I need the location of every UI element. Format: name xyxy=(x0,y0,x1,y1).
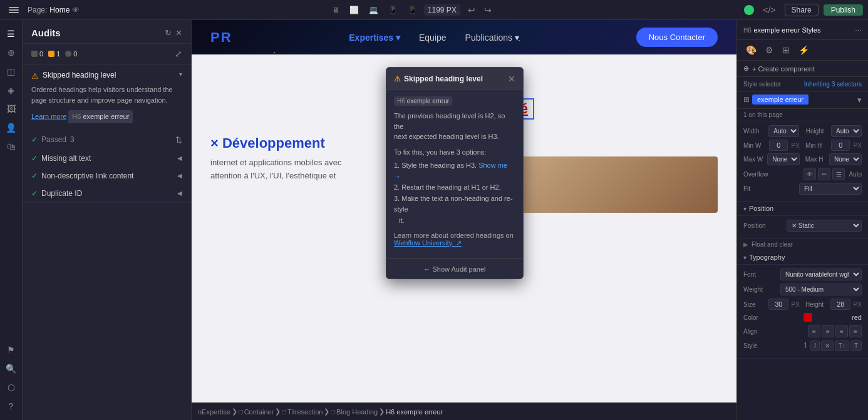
breadcrumb-item-1[interactable]: □ Container xyxy=(239,408,274,416)
code-toggle-btn[interactable]: </> xyxy=(759,3,779,17)
grid-icon[interactable]: ⊞ xyxy=(743,95,750,104)
max-w-select[interactable]: None xyxy=(767,153,800,165)
right-panel-icons: 🎨 ⚙ ⊞ ⚡ xyxy=(737,40,868,61)
audit-close-icon[interactable]: ✕ xyxy=(175,28,182,38)
audit-passed-item-1[interactable]: ✓ Non-descriptive link content ◀ xyxy=(23,167,191,185)
share-button[interactable]: Share xyxy=(785,4,819,16)
badge-errors: 0 xyxy=(31,50,43,58)
device-tablet-btn[interactable]: ⬜ xyxy=(346,4,362,16)
nav-icon-layers[interactable]: ☰ xyxy=(3,25,20,43)
position-toggle[interactable]: ▾ Position xyxy=(737,202,868,216)
learn-more-link[interactable]: Learn more xyxy=(31,113,66,120)
hamburger-icon[interactable] xyxy=(5,1,23,19)
float-clear-chevron-icon: ▶ xyxy=(743,241,748,248)
style-icon[interactable]: 🎨 xyxy=(743,44,759,56)
popup-close-btn[interactable]: ✕ xyxy=(508,74,515,84)
color-swatch[interactable] xyxy=(803,313,812,322)
error-icon xyxy=(31,51,38,57)
device-laptop-btn[interactable]: 💻 xyxy=(366,4,381,16)
min-h-input[interactable] xyxy=(831,140,850,151)
max-h-select[interactable]: None xyxy=(829,153,862,165)
device-desktop-btn[interactable]: 🖥 xyxy=(329,4,343,16)
publish-button[interactable]: Publish xyxy=(824,4,863,16)
audit-expand-icon[interactable]: ⤢ xyxy=(175,49,182,59)
style-inheriting-link[interactable]: Inheriting 3 selectors xyxy=(804,81,862,88)
webflow-university-link[interactable]: Webflow University. ↗ xyxy=(394,239,462,247)
popup-h6-tag: H6 xyxy=(397,98,405,105)
nav-icon-ecom[interactable]: 🛍 xyxy=(3,138,20,155)
nav-link-equipe[interactable]: Equipe xyxy=(419,33,447,43)
font-select[interactable]: Nunito variablefont wght xyxy=(780,269,862,280)
sliders-icon[interactable]: ⊞ xyxy=(780,44,792,56)
fit-select[interactable]: Fill xyxy=(799,183,862,195)
create-component-btn[interactable]: ⊕ + Create component xyxy=(737,61,868,77)
bolt-icon[interactable]: ⚡ xyxy=(796,44,812,56)
nav-icon-add[interactable]: ⊕ xyxy=(3,44,20,61)
eye-icon[interactable]: 👁 xyxy=(72,6,80,14)
breadcrumb-item-2[interactable]: □ Titresection xyxy=(282,408,323,416)
overflow-scroll-icon[interactable]: ☰ xyxy=(832,168,845,180)
position-label: ▾ Position xyxy=(743,205,773,212)
show-audit-panel-link[interactable]: ← Show Audit panel xyxy=(423,265,485,273)
weight-label: Weight xyxy=(743,286,766,293)
style-type-label: Style xyxy=(743,342,766,349)
nav-icon-accessibility[interactable]: ⚑ xyxy=(3,341,20,359)
popup-skipped-heading: ⚠ Skipped heading level ✕ H6 exemple err… xyxy=(386,67,524,279)
overflow-eye-icon[interactable]: 👁 xyxy=(803,168,816,180)
nav-icon-help[interactable]: ? xyxy=(3,397,20,415)
breadcrumb-item-0[interactable]: nExpertise xyxy=(198,408,230,416)
nav-cta-button[interactable]: Nous Contacter xyxy=(636,28,718,47)
width-select[interactable]: Auto xyxy=(768,125,799,137)
min-w-unit: PX xyxy=(792,142,800,149)
audit-passed-item-2[interactable]: ✓ Duplicate ID ◀ xyxy=(23,185,191,202)
popup-learn: Learn more about ordered headings on Web… xyxy=(394,232,515,247)
height-select[interactable]: Auto xyxy=(831,125,862,137)
style-chip[interactable]: exemple erreur xyxy=(752,95,809,105)
undo-btn[interactable]: ↩ xyxy=(464,3,479,17)
float-clear-row[interactable]: ▶ Float and clear xyxy=(737,238,868,250)
audit-passed-item-0[interactable]: ✓ Missing alt text ◀ xyxy=(23,150,191,167)
device-tablet2-btn[interactable]: 📱 xyxy=(385,4,401,16)
typography-toggle[interactable]: ▾ Typography xyxy=(737,250,868,265)
position-row: Position ✕ Static xyxy=(743,220,862,232)
min-w-input[interactable] xyxy=(769,140,788,151)
size-label: Size xyxy=(743,301,766,308)
nav-link-publications[interactable]: Publications ▾ xyxy=(465,33,519,43)
nav-icon-search[interactable]: 🔍 xyxy=(3,360,20,377)
passed-header[interactable]: ✓ Passed 3 ⇅ xyxy=(23,130,191,150)
nav-icon-assets[interactable]: 🖼 xyxy=(3,100,20,118)
style-selector-label: Style selector xyxy=(743,81,781,88)
align-justify-btn[interactable]: ≡ xyxy=(849,325,862,337)
align-left-btn[interactable]: ≡ xyxy=(808,325,820,337)
redo-btn[interactable]: ↪ xyxy=(480,3,495,17)
overflow-edit-icon[interactable]: ✏ xyxy=(818,168,830,180)
color-label: Color xyxy=(743,314,766,321)
position-select[interactable]: ✕ Static xyxy=(787,220,862,232)
audit-refresh-icon[interactable]: ↻ xyxy=(165,28,172,38)
min-row: Min W PX Min H PX xyxy=(743,140,862,151)
nav-icon-integrations[interactable]: ⬡ xyxy=(3,379,20,396)
nav-icon-cms[interactable]: 👤 xyxy=(3,119,20,136)
style-italic-btn[interactable]: I xyxy=(810,341,820,351)
device-mobile-btn[interactable]: 📱 xyxy=(405,4,420,16)
style-uppercase-btn[interactable]: T↑ xyxy=(835,341,849,351)
weight-select[interactable]: 500 - Medium xyxy=(780,284,862,295)
max-h-label: Max H xyxy=(805,156,828,163)
nav-icon-components[interactable]: ◈ xyxy=(3,81,20,99)
align-right-btn[interactable]: ≡ xyxy=(835,325,848,337)
passed-expand-icon: ⇅ xyxy=(175,135,182,145)
breadcrumb-item-4[interactable]: H6 exemple erreur xyxy=(386,408,443,416)
audit-item-header[interactable]: ⚠ Skipped heading level ▾ xyxy=(23,64,191,85)
overflow-auto-label: Auto xyxy=(849,171,862,178)
style-tt-btn[interactable]: T xyxy=(850,341,862,351)
nav-link-expertises[interactable]: Expertises ▾ xyxy=(349,33,400,43)
settings-icon[interactable]: ⚙ xyxy=(763,44,776,56)
size-input[interactable] xyxy=(768,299,788,310)
align-center-btn[interactable]: ≡ xyxy=(822,325,834,337)
element-more-icon[interactable]: ··· xyxy=(855,25,862,34)
style-dropdown-icon[interactable]: ▾ xyxy=(857,95,862,105)
breadcrumb-item-3[interactable]: □ Blog Heading xyxy=(331,408,378,416)
nav-icon-style[interactable]: ◫ xyxy=(3,63,20,80)
height-typo-input[interactable] xyxy=(830,299,850,310)
style-strikethrough-btn[interactable]: ✕ xyxy=(821,341,834,351)
